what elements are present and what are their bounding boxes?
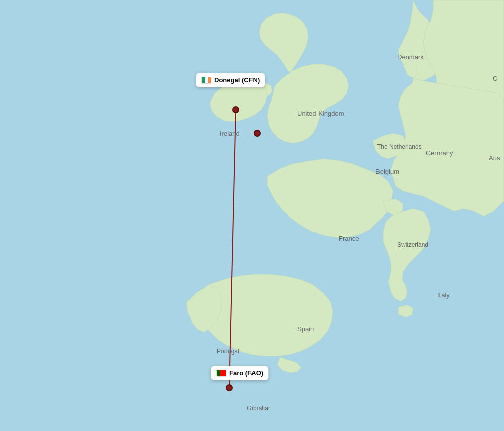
italy-label: Italy <box>437 291 450 299</box>
gibraltar-label: Gibraltar <box>247 405 270 412</box>
ireland-label: Ireland <box>220 130 240 137</box>
map-svg: Ireland United Kingdom Denmark The Nethe… <box>0 0 504 431</box>
uk-label: United Kingdom <box>297 110 344 117</box>
denmark-label: Denmark <box>397 53 424 61</box>
portugal-label: Portugal <box>217 348 239 355</box>
germany-label: Germany <box>426 149 453 157</box>
spain-label: Spain <box>297 325 314 333</box>
waypoint-dot <box>254 130 260 136</box>
netherlands-label: The Netherlands <box>377 143 422 150</box>
france-label: France <box>339 235 359 242</box>
belgium-label: Belgium <box>375 168 399 175</box>
map-container: Ireland United Kingdom Denmark The Nethe… <box>0 0 504 431</box>
partial-label-c: C <box>493 75 497 82</box>
switzerland-label: Switzerland <box>397 241 428 248</box>
faro-dot <box>226 385 232 391</box>
austria-label: Aus <box>489 154 500 162</box>
donegal-dot <box>233 107 239 113</box>
